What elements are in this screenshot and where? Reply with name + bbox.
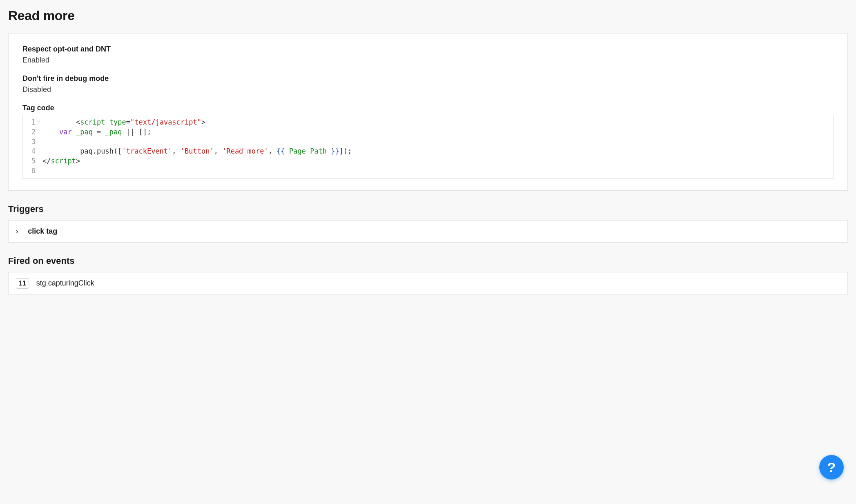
code-line: var _paq = _paq || []; [42, 127, 830, 137]
debug-mode-field: Don't fire in debug mode Disabled [22, 74, 834, 94]
code-gutter: 1⌵ 2 3 4 5 6 [23, 115, 39, 178]
event-name: stg.capturingClick [36, 279, 94, 288]
events-heading: Fired on events [8, 256, 848, 266]
event-row[interactable]: 11 stg.capturingClick [8, 272, 848, 295]
gutter-line: 2 [27, 127, 36, 137]
code-line: </script> [42, 156, 830, 166]
fold-marker-icon[interactable]: ⌵ [37, 119, 40, 123]
gutter-line: 1⌵ [27, 118, 36, 127]
trigger-row[interactable]: › click tag [8, 220, 848, 243]
code-line [42, 166, 830, 176]
tag-code-label: Tag code [22, 104, 834, 112]
gutter-line: 6 [27, 166, 36, 176]
triggers-heading: Triggers [8, 204, 848, 214]
gutter-line: 3 [27, 137, 36, 147]
settings-panel: Respect opt-out and DNT Enabled Don't fi… [8, 33, 848, 191]
code-line: _paq.push(['trackEvent', 'Button', 'Read… [42, 147, 830, 156]
tag-code-field: Tag code 1⌵ 2 3 4 5 6 <script type="text… [22, 104, 834, 179]
event-id-badge: 11 [16, 278, 29, 289]
debug-mode-label: Don't fire in debug mode [22, 74, 834, 83]
gutter-line: 4 [27, 147, 36, 156]
code-editor[interactable]: 1⌵ 2 3 4 5 6 <script type="text/javascri… [22, 115, 834, 179]
opt-out-value: Enabled [22, 56, 834, 65]
chevron-right-icon: › [16, 227, 18, 236]
page-title: Read more [8, 8, 848, 23]
code-line: <script type="text/javascript"> [42, 118, 830, 127]
opt-out-field: Respect opt-out and DNT Enabled [22, 45, 834, 65]
gutter-line: 5 [27, 156, 36, 166]
code-body[interactable]: <script type="text/javascript"> var _paq… [39, 115, 833, 178]
debug-mode-value: Disabled [22, 85, 834, 94]
opt-out-label: Respect opt-out and DNT [22, 45, 834, 54]
code-line [42, 137, 830, 147]
trigger-name: click tag [28, 227, 57, 236]
